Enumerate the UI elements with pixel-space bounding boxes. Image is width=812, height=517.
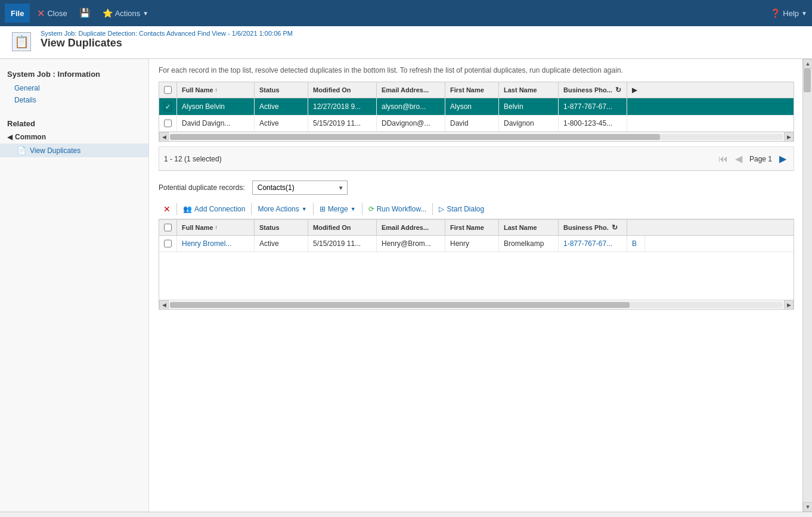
help-button[interactable]: ❓ Help ▼	[770, 8, 807, 18]
bottom-row1-email: Henry@Brom...	[377, 236, 445, 251]
top-grid-select-all[interactable]	[164, 86, 172, 94]
bottom-grid-row-1[interactable]: Henry Bromel... Active 5/15/2019 11... H…	[159, 236, 794, 252]
vscroll-thumb	[804, 68, 811, 92]
close-button[interactable]: ✕ Close	[32, 5, 72, 21]
add-connection-button[interactable]: 👥 Add Connection	[178, 203, 250, 216]
save-icon: 💾	[79, 8, 91, 18]
run-workflow-button[interactable]: ⟳ Run Workflow...	[364, 203, 432, 216]
top-col-firstname[interactable]: First Name	[445, 82, 499, 98]
bottom-row1-check[interactable]	[159, 236, 177, 251]
bottom-label: Potential duplicate records:	[159, 183, 245, 192]
bottom-row1-bizphone-val: 1-877-767-67...	[563, 239, 612, 248]
bottom-col-modified[interactable]: Modified On	[308, 220, 377, 235]
bottom-row1-status-val: Active	[259, 239, 279, 248]
top-row2-fullname: David Davign...	[177, 116, 255, 131]
top-col-fullname[interactable]: Full Name ↑	[177, 82, 255, 98]
prev-page-button[interactable]: ◀	[733, 152, 745, 166]
delete-button[interactable]: ✕	[159, 202, 175, 216]
top-col-modified[interactable]: Modified On	[308, 82, 377, 98]
bottom-grid-header: Full Name ↑ Status Modified On Email Add…	[159, 220, 794, 236]
fullname-sort-icon: ↑	[215, 87, 218, 93]
scroll-right-icon[interactable]: ▶	[632, 86, 637, 94]
pagination-bar: 1 - 12 (1 selected) ⏮ ◀ Page 1 ▶	[159, 147, 794, 171]
top-row1-check[interactable]: ✓	[159, 98, 177, 115]
bottom-col-status[interactable]: Status	[255, 220, 308, 235]
bottom-row1-status: Active	[255, 236, 308, 251]
top-col-modified-label: Modified On	[313, 86, 351, 94]
bottom-col-firstname[interactable]: First Name	[445, 220, 499, 235]
hscroll-left-arrow[interactable]: ◀	[159, 132, 169, 142]
next-page-button[interactable]: ▶	[777, 152, 789, 166]
sidebar-view-duplicates[interactable]: 📄 View Duplicates	[0, 144, 148, 157]
run-workflow-icon: ⟳	[368, 205, 374, 213]
top-row2-email: DDavignon@...	[377, 116, 445, 131]
vscroll-up-arrow[interactable]: ▲	[803, 59, 812, 68]
close-icon: ✕	[37, 8, 45, 19]
bottom-col-bizphone[interactable]: Business Pho. ↻	[559, 220, 627, 235]
bottom-hscroll-right-arrow[interactable]: ▶	[784, 300, 794, 310]
add-connection-label: Add Connection	[194, 205, 245, 213]
toolbar-sep-1	[176, 203, 177, 215]
merge-button[interactable]: ⊞ Merge ▼	[315, 203, 361, 216]
bottom-row1-checkbox[interactable]	[164, 239, 172, 248]
bottom-grid-select-all[interactable]	[164, 223, 172, 232]
header-icon: 📋	[12, 32, 31, 51]
top-col-status-label: Status	[259, 86, 280, 94]
contacts-dropdown[interactable]: Contacts(1)	[252, 180, 348, 195]
row1-checkbox-checked: ✓	[164, 102, 172, 111]
more-actions-label: More Actions	[258, 205, 299, 213]
top-grid-row-1[interactable]: ✓ Alyson Belvin Active 12/27/2018 9... a…	[159, 98, 794, 116]
page-header: 📋 System Job: Duplicate Detection: Conta…	[0, 26, 812, 59]
top-col-check[interactable]	[159, 82, 177, 98]
bottom-row1-lastname: Bromelkamp	[499, 236, 559, 251]
run-workflow-label: Run Workflow...	[377, 205, 427, 213]
top-row2-checkbox[interactable]	[164, 119, 172, 127]
top-row2-bizphone: 1-800-123-45...	[559, 116, 627, 131]
top-col-lastname[interactable]: Last Name	[499, 82, 559, 98]
bottom-hscroll-left-arrow[interactable]: ◀	[159, 300, 169, 310]
bottom-col-lastname[interactable]: Last Name	[499, 220, 559, 235]
file-button[interactable]: File	[5, 4, 30, 23]
title-bar: File ✕ Close 💾 ⭐ Actions ▼ ❓ Help ▼	[0, 0, 812, 26]
actions-button[interactable]: ⭐ Actions ▼	[98, 6, 154, 20]
top-row1-modified-val: 12/27/2018 9...	[313, 102, 361, 111]
bottom-grid-empty	[159, 252, 794, 300]
first-page-button[interactable]: ⏮	[716, 152, 730, 166]
contacts-dropdown-wrapper[interactable]: Contacts(1)	[252, 180, 348, 195]
save-button[interactable]: 💾	[75, 5, 95, 21]
vscroll-down-arrow[interactable]: ▼	[803, 502, 812, 512]
top-col-bizphone-label: Business Pho...	[563, 86, 612, 94]
bottom-row1-fullname-link[interactable]: Henry Bromel...	[182, 239, 231, 248]
start-dialog-button[interactable]: ▷ Start Dialog	[434, 203, 489, 216]
top-col-bizphone[interactable]: Business Pho... ↻	[559, 82, 627, 98]
sidebar-common: ◀ Common	[0, 130, 148, 144]
bottom-row1-email-val: Henry@Brom...	[382, 239, 431, 248]
bottom-col-check[interactable]	[159, 220, 177, 235]
sidebar: System Job : Information General Details…	[0, 59, 149, 512]
sidebar-item-general[interactable]: General	[0, 82, 148, 94]
toolbar-sep-5	[432, 203, 433, 215]
bottom-col-fullname[interactable]: Full Name ↑	[177, 220, 255, 235]
top-grid-row-2[interactable]: David Davign... Active 5/15/2019 11... D…	[159, 116, 794, 132]
bottom-toolbar: ✕ 👥 Add Connection More Actions ▼ ⊞ Mer	[159, 200, 794, 219]
top-row2-status: Active	[255, 116, 308, 131]
main-layout: System Job : Information General Details…	[0, 59, 812, 512]
hscroll-thumb	[170, 134, 660, 140]
top-row2-check[interactable]	[159, 116, 177, 131]
bottom-col-email-label: Email Addres...	[382, 224, 429, 231]
help-icon: ❓	[770, 8, 780, 18]
top-col-email[interactable]: Email Addres...	[377, 82, 445, 98]
page-label: Page 1	[749, 155, 772, 163]
start-dialog-icon: ▷	[439, 205, 444, 213]
hscroll-right-arrow[interactable]: ▶	[784, 132, 794, 142]
more-actions-button[interactable]: More Actions ▼	[253, 203, 311, 216]
top-row2-modified: 5/15/2019 11...	[308, 116, 377, 131]
top-row2-email-val: DDavignon@...	[382, 119, 430, 127]
pagination-controls: ⏮ ◀ Page 1 ▶	[716, 152, 789, 166]
top-col-status[interactable]: Status	[255, 82, 308, 98]
bottom-col-email[interactable]: Email Addres...	[377, 220, 445, 235]
sidebar-item-details[interactable]: Details	[0, 94, 148, 106]
header-subtitle[interactable]: System Job: Duplicate Detection: Contact…	[41, 30, 293, 37]
close-label: Close	[47, 9, 67, 18]
right-scrollbar: ▲ ▼	[802, 59, 812, 512]
